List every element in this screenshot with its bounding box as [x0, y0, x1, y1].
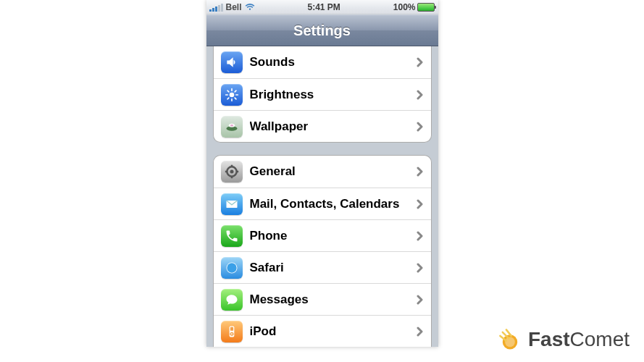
device-frame: Bell 5:41 PM 100% Settings Sou [206, 0, 438, 347]
chevron-right-icon [417, 122, 424, 132]
fastcomet-logo-icon [498, 327, 522, 352]
chevron-right-icon [417, 231, 424, 241]
svg-point-29 [505, 337, 515, 348]
signal-icon [209, 3, 223, 12]
battery-icon [417, 3, 435, 12]
status-bar: Bell 5:41 PM 100% [206, 0, 438, 14]
phone-icon [221, 225, 243, 247]
chevron-right-icon [417, 90, 424, 100]
status-time: 5:41 PM [307, 2, 340, 12]
watermark: FastComet [498, 327, 630, 352]
ipod-icon [221, 321, 243, 342]
row-label: Safari [250, 261, 417, 275]
svg-point-0 [229, 92, 234, 97]
row-label: Mail, Contacts, Calendars [250, 197, 417, 211]
svg-line-7 [227, 98, 229, 99]
chevron-right-icon [417, 263, 424, 273]
wallpaper-icon [221, 116, 243, 138]
svg-point-11 [230, 125, 233, 127]
row-ipod[interactable]: iPod [214, 315, 431, 347]
carrier-label: Bell [226, 2, 242, 12]
mail-icon [221, 193, 243, 215]
chevron-right-icon [417, 167, 424, 177]
chevron-right-icon [417, 295, 424, 305]
settings-group: General Mail, Contacts, Calendars Phone [213, 155, 432, 347]
messages-icon [221, 289, 243, 311]
svg-point-13 [230, 170, 233, 174]
svg-point-27 [231, 333, 233, 334]
svg-rect-25 [230, 327, 233, 330]
status-left: Bell [209, 2, 255, 12]
svg-line-8 [235, 90, 236, 92]
row-label: iPod [250, 324, 417, 339]
wifi-icon [245, 2, 255, 12]
row-mail[interactable]: Mail, Contacts, Calendars [214, 188, 431, 219]
row-sounds[interactable]: Sounds [214, 46, 431, 78]
svg-line-5 [227, 90, 229, 92]
row-label: Wallpaper [250, 119, 417, 134]
chevron-right-icon [417, 199, 424, 209]
row-label: Brightness [250, 88, 417, 102]
brightness-icon [221, 84, 243, 106]
row-phone[interactable]: Phone [214, 219, 431, 251]
settings-group: Sounds Brightness Wallpaper [213, 46, 432, 143]
svg-line-6 [235, 98, 236, 99]
status-right: 100% [393, 2, 435, 12]
chevron-right-icon [417, 57, 424, 67]
row-messages[interactable]: Messages [214, 283, 431, 315]
row-general[interactable]: General [214, 156, 431, 188]
row-label: General [250, 164, 417, 179]
settings-list[interactable]: Sounds Brightness Wallpaper [206, 46, 438, 347]
row-safari[interactable]: Safari [214, 251, 431, 283]
general-icon [221, 161, 243, 182]
watermark-brand-light: Comet [570, 328, 630, 350]
watermark-brand-bold: Fast [528, 328, 570, 350]
row-label: Sounds [250, 55, 417, 70]
chevron-right-icon [417, 327, 424, 337]
row-brightness[interactable]: Brightness [214, 78, 431, 110]
page-title: Settings [293, 22, 351, 39]
sounds-icon [221, 51, 243, 73]
row-label: Phone [250, 229, 417, 243]
row-label: Messages [250, 292, 417, 307]
nav-bar: Settings [206, 14, 438, 46]
row-wallpaper[interactable]: Wallpaper [214, 110, 431, 142]
battery-percent: 100% [393, 2, 416, 12]
watermark-text: FastComet [528, 328, 630, 351]
safari-icon [221, 257, 243, 279]
